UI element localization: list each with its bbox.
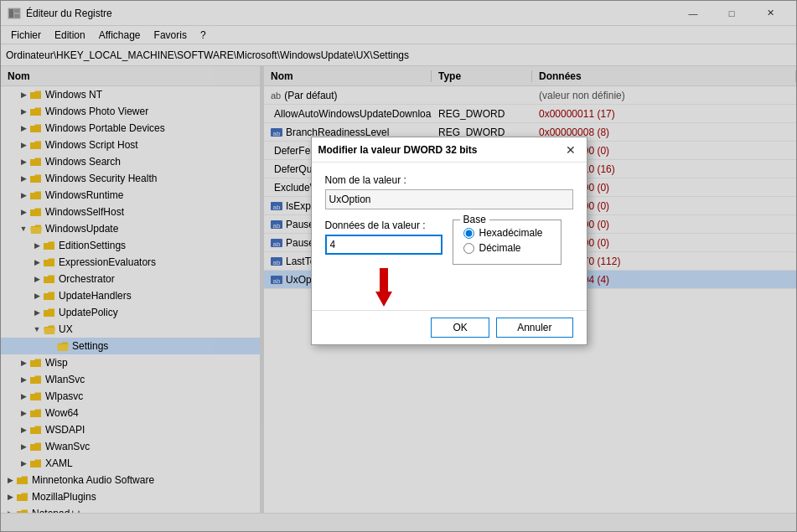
data-label: Données de la valeur : — [325, 220, 442, 231]
name-input[interactable] — [325, 189, 573, 209]
data-col: Données de la valeur : — [325, 220, 442, 265]
hex-label: Hexadécimale — [479, 227, 543, 239]
modal-footer: OK Annuler — [312, 310, 587, 344]
dec-label: Décimale — [479, 242, 521, 254]
cancel-button[interactable]: Annuler — [496, 318, 572, 338]
name-label: Nom de la valeur : — [325, 174, 573, 186]
base-group: Base Hexadécimale Décimale — [453, 220, 562, 265]
dword-dialog: Modifier la valeur DWORD 32 bits ✕ Nom d… — [311, 137, 587, 345]
modal-title-bar: Modifier la valeur DWORD 32 bits ✕ — [312, 137, 587, 163]
dec-radio[interactable] — [463, 243, 474, 254]
data-row: Données de la valeur : Base — [325, 220, 573, 265]
modal-body: Nom de la valeur : Données de la valeur … — [312, 163, 587, 276]
base-legend: Base — [460, 214, 489, 225]
ok-button[interactable]: OK — [431, 318, 489, 338]
hex-radio-label[interactable]: Hexadécimale — [463, 227, 551, 239]
hex-radio[interactable] — [463, 228, 474, 239]
dec-radio-label[interactable]: Décimale — [463, 242, 551, 254]
data-input[interactable] — [325, 235, 442, 255]
modal-close-button[interactable]: ✕ — [562, 141, 580, 159]
base-col: Base Hexadécimale Décimale — [453, 220, 562, 265]
modal-overlay: Modifier la valeur DWORD 32 bits ✕ Nom d… — [0, 0, 797, 532]
modal-title: Modifier la valeur DWORD 32 bits — [318, 144, 562, 156]
